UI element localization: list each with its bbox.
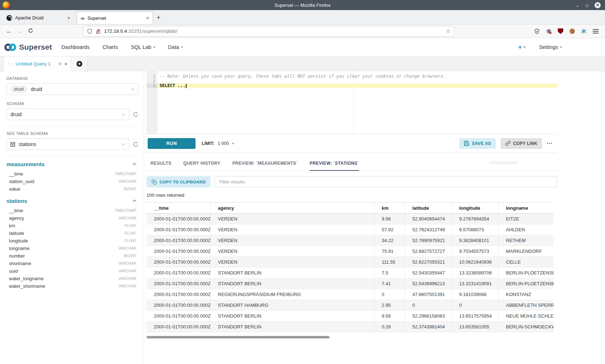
back-button[interactable]: ← <box>4 28 14 35</box>
tab-results[interactable]: RESULTS <box>151 161 171 170</box>
reload-button[interactable] <box>25 28 36 35</box>
column-row: uuid VARCHAR <box>6 267 139 275</box>
chevron-down-icon: ▾ <box>232 142 234 145</box>
refresh-table-icon[interactable] <box>133 141 139 147</box>
superset-logo[interactable]: Superset <box>4 43 52 51</box>
nav-item-data[interactable]: Data▾ <box>168 44 183 50</box>
column-header[interactable]: latitude <box>405 203 452 213</box>
schema-label: SCHEMA <box>6 101 139 106</box>
results-table-header: __time agency km latitude longitude long… <box>147 202 554 214</box>
editor-code-area[interactable]: -- Note: Unless you save your query, the… <box>157 71 557 134</box>
table-grid-icon <box>10 142 15 147</box>
copy-link-button[interactable]: COPY LINK <box>501 138 542 149</box>
browser-tab-druid[interactable]: Apache Druid × <box>3 12 74 24</box>
chevron-down-icon <box>121 113 125 116</box>
table-row[interactable]: 2000-01-01T00:00:00.000Z VERDEN 9.56 52.… <box>147 214 554 224</box>
new-tab-button[interactable]: + <box>157 14 161 22</box>
sql-editor[interactable]: 1 2 3 -- Note: Unless you save your quer… <box>144 71 557 134</box>
query-tab[interactable]: ⋮⋮ Untitled Query 1 × <box>4 56 71 71</box>
bookmark-star-icon[interactable]: ☆ <box>446 28 451 35</box>
tab-close-icon[interactable]: × <box>67 15 70 21</box>
browser-tab-label: Apache Druid <box>15 15 64 21</box>
url-text[interactable]: 172.18.0.4:32251/superset/sqllab/ <box>104 28 443 34</box>
more-options-button[interactable]: ••• <box>547 141 553 145</box>
tab-preview-measurements[interactable]: PREVIEW: `MEASUREMENTS` <box>232 161 298 170</box>
tab-query-history[interactable]: QUERY HISTORY <box>183 161 220 170</box>
column-header[interactable]: longname <box>499 203 554 213</box>
table-row[interactable]: 2000-01-01T00:00:00.000Z REGIERUNGSPRÄSI… <box>147 289 554 300</box>
add-query-tab-button[interactable] <box>71 56 88 71</box>
table-schema-stations[interactable]: stations <box>6 198 139 204</box>
tab-preview-stations[interactable]: PREVIEW: `STATIONS` <box>310 161 359 170</box>
brand-name: Superset <box>19 43 52 51</box>
nav-item-dashboards[interactable]: Dashboards <box>61 44 89 50</box>
superset-navbar: Superset Dashboards Charts SQL Lab▾ Data… <box>0 38 605 56</box>
chevron-up-icon[interactable] <box>133 163 136 165</box>
schema-select[interactable]: druid <box>6 109 129 120</box>
column-header[interactable]: agency <box>211 203 375 213</box>
nav-item-sqllab[interactable]: SQL Lab▾ <box>131 44 155 50</box>
add-new-button[interactable]: +▾ <box>518 43 525 51</box>
chevron-up-icon[interactable] <box>133 200 136 202</box>
cookie-icon[interactable] <box>569 28 575 34</box>
table-row[interactable]: 2000-01-01T00:00:00.000Z STANDORT BERLIN… <box>147 268 554 278</box>
column-row: water_shortname VARCHAR <box>6 282 139 290</box>
results-table-body: 2000-01-01T00:00:00.000Z VERDEN 9.56 52.… <box>147 214 554 332</box>
column-header[interactable]: __time <box>147 203 211 213</box>
run-button[interactable]: RUN <box>148 138 196 149</box>
menu-icon[interactable] <box>593 29 599 33</box>
extension-mask-icon[interactable] <box>546 28 552 34</box>
table-row[interactable]: 2000-01-01T00:00:00.000Z VERDEN 75.91 52… <box>147 246 554 257</box>
extension-shield-icon[interactable] <box>534 28 540 34</box>
column-header[interactable]: longitude <box>452 203 499 213</box>
divider <box>6 156 139 156</box>
forward-button[interactable]: → <box>14 28 25 35</box>
column-header[interactable]: km <box>375 203 405 213</box>
browser-tab-superset[interactable]: ∞ Superset × <box>77 12 153 24</box>
chevron-down-icon: ▾ <box>153 45 155 49</box>
scrollbar-thumb[interactable] <box>147 336 330 338</box>
table-row[interactable]: 2000-01-01T00:00:00.000Z VERDEN 57.92 52… <box>147 224 554 235</box>
drag-dots-icon[interactable]: ⋮⋮ <box>7 62 13 66</box>
refresh-schema-icon[interactable] <box>133 112 139 118</box>
table-row[interactable]: 2000-01-01T00:00:00.000Z STANDORT BERLIN… <box>147 278 554 289</box>
tracking-shield-icon[interactable] <box>87 28 93 34</box>
browser-tab-label: Superset <box>88 15 143 21</box>
column-row: latitude FLOAT <box>6 229 139 237</box>
column-row: longname VARCHAR <box>6 245 139 252</box>
database-select[interactable]: druid druid <box>6 83 139 95</box>
column-list-stations: __time TIMESTAMP agency VARCHAR km FLOAT… <box>6 207 139 290</box>
extension-colorful-icon[interactable] <box>581 28 587 34</box>
circle-plus-icon <box>76 61 82 67</box>
table-select[interactable]: stations <box>6 138 129 150</box>
query-tabbar: ⋮⋮ Untitled Query 1 × <box>0 56 605 71</box>
table-row[interactable]: 2000-01-01T00:00:00.000Z VERDEN 34.22 52… <box>147 235 554 246</box>
pane-drag-handle[interactable] <box>489 161 518 164</box>
column-row: shortname VARCHAR <box>6 260 139 267</box>
close-query-tab-icon[interactable]: × <box>64 61 67 67</box>
save-as-button[interactable]: SAVE AS <box>459 138 496 149</box>
insecure-lock-icon[interactable] <box>95 28 101 34</box>
superset-favicon-icon: ∞ <box>81 15 85 21</box>
column-row: station_uuid VARCHAR <box>6 178 139 185</box>
copy-to-clipboard-button[interactable]: COPY TO CLIPBOARD <box>147 176 211 187</box>
limit-control[interactable]: LIMIT: 1 000 ▾ <box>202 141 234 146</box>
table-row[interactable]: 2000-01-01T00:00:00.000Z STANDORT BERLIN… <box>147 322 554 332</box>
table-row[interactable]: 2000-01-01T00:00:00.000Z VERDEN 111.55 5… <box>147 257 554 268</box>
results-table: __time agency km latitude longitude long… <box>147 202 554 332</box>
settings-menu[interactable]: Settings▾ <box>539 44 562 50</box>
column-row: number BIGINT <box>6 252 139 260</box>
nav-item-charts[interactable]: Charts <box>103 44 118 50</box>
column-row: water_longname VARCHAR <box>6 275 139 282</box>
ublock-icon[interactable] <box>558 28 563 34</box>
browser-tabstrip: Apache Druid × ∞ Superset × + <box>0 10 605 24</box>
table-row[interactable]: 2000-01-01T00:00:00.000Z STANDORT HAMBUR… <box>147 300 554 311</box>
url-bar[interactable]: 172.18.0.4:32251/superset/sqllab/ ☆ <box>83 26 454 37</box>
chevron-down-icon <box>131 88 135 91</box>
editor-toolbar: RUN LIMIT: 1 000 ▾ SAVE AS COPY LINK •• <box>144 134 557 153</box>
tab-close-icon[interactable]: × <box>146 15 149 21</box>
horizontal-scrollbar[interactable] <box>147 336 554 339</box>
table-schema-measurements[interactable]: measurements <box>6 161 139 167</box>
table-row[interactable]: 2000-01-01T00:00:00.000Z STANDORT BERLIN… <box>147 311 554 322</box>
filter-results-input[interactable] <box>215 176 557 187</box>
